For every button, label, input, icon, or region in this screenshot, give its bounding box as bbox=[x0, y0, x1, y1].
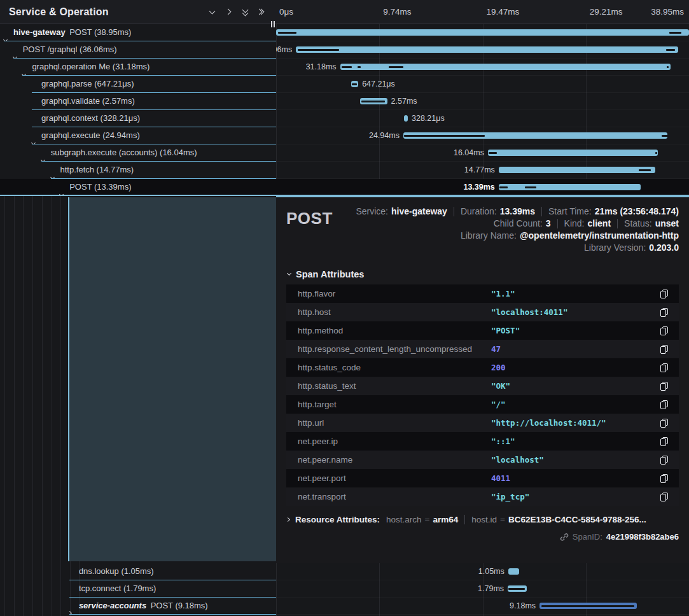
span-detail-left-block bbox=[68, 197, 276, 561]
span-bar[interactable] bbox=[404, 115, 408, 122]
span-row[interactable]: graphql.context (328.21μs)328.21μs bbox=[0, 110, 689, 127]
span-row[interactable]: service-accounts POST (9.18ms)9.18ms bbox=[0, 598, 689, 615]
span-name-cell[interactable]: http.fetch (14.77ms) bbox=[0, 162, 276, 179]
span-row[interactable]: graphql.validate (2.57ms)2.57ms bbox=[0, 93, 689, 110]
collapse-toggle[interactable] bbox=[22, 65, 25, 76]
span-duration-label: 14.77ms bbox=[464, 162, 495, 179]
child-span-tick bbox=[639, 169, 650, 171]
operation-name: subgraph.execute (accounts) (16.04ms) bbox=[51, 148, 197, 157]
span-timeline-cell[interactable]: 14.77ms bbox=[276, 162, 689, 179]
span-bar[interactable] bbox=[499, 184, 641, 190]
span-duration-label: 2.57ms bbox=[391, 93, 417, 110]
span-row[interactable]: dns.lookup (1.05ms)1.05ms bbox=[0, 563, 689, 580]
span-timeline-cell[interactable] bbox=[276, 24, 689, 41]
span-row[interactable]: graphql.execute (24.94ms)24.94ms bbox=[0, 127, 689, 144]
span-name-cell[interactable]: graphql.operation Me (31.18ms) bbox=[0, 59, 276, 76]
span-attributes-header[interactable]: Span Attributes bbox=[288, 269, 679, 279]
span-timeline-cell[interactable]: 1.05ms bbox=[276, 563, 689, 580]
copy-button[interactable] bbox=[658, 325, 670, 337]
collapse-toggle[interactable] bbox=[13, 48, 17, 59]
span-timeline-cell[interactable]: 31.18ms bbox=[276, 59, 689, 76]
span-attributes-table: http.flavor"1.1"http.host"localhost:4011… bbox=[286, 284, 679, 506]
copy-button[interactable] bbox=[658, 454, 670, 466]
copy-button[interactable] bbox=[658, 417, 670, 429]
meta-value: client bbox=[587, 218, 611, 228]
detail-meta-line: Library Name:@opentelemetry/instrumentat… bbox=[461, 230, 679, 241]
span-bar[interactable] bbox=[499, 167, 655, 173]
attribute-row: net.peer.port4011 bbox=[286, 469, 679, 487]
operation-name: dns.lookup (1.05ms) bbox=[79, 566, 154, 576]
copy-icon bbox=[660, 326, 668, 335]
meta-value: 3 bbox=[546, 218, 551, 228]
span-timeline-cell[interactable]: 647.21μs bbox=[276, 76, 689, 93]
copy-button[interactable] bbox=[658, 362, 670, 374]
span-timeline-cell[interactable]: 36.06ms bbox=[276, 41, 689, 59]
span-timeline-cell[interactable]: 9.18ms bbox=[276, 598, 689, 615]
span-row[interactable]: POST /graphql (36.06ms)36.06ms bbox=[0, 41, 689, 59]
span-name-cell[interactable]: dns.lookup (1.05ms) bbox=[0, 563, 276, 580]
service-name: hive-gateway bbox=[13, 27, 66, 37]
collapse-toggle[interactable] bbox=[51, 168, 54, 179]
copy-button[interactable] bbox=[658, 399, 670, 410]
span-bar[interactable] bbox=[508, 568, 520, 575]
span-name-cell[interactable]: graphql.context (328.21μs) bbox=[0, 110, 276, 127]
span-name-cell[interactable]: graphql.execute (24.94ms) bbox=[0, 127, 276, 144]
span-row[interactable]: hive-gateway POST (38.95ms) bbox=[0, 24, 689, 41]
copy-button[interactable] bbox=[658, 288, 670, 300]
collapse-toggle[interactable] bbox=[41, 151, 45, 162]
span-bar[interactable] bbox=[488, 150, 658, 156]
copy-button[interactable] bbox=[658, 307, 670, 318]
span-timeline-cell[interactable]: 328.21μs bbox=[276, 110, 689, 127]
span-name-cell[interactable]: graphql.parse (647.21μs) bbox=[0, 76, 276, 93]
span-name-cell[interactable]: POST (13.39ms) bbox=[0, 179, 276, 196]
collapse-toggle[interactable] bbox=[4, 31, 7, 41]
span-name-cell[interactable]: tcp.connect (1.79ms) bbox=[0, 580, 276, 598]
span-timeline-cell[interactable]: 2.57ms bbox=[276, 93, 689, 110]
column-resizer-handle[interactable] bbox=[271, 21, 275, 27]
resource-attributes-row[interactable]: Resource Attributes: host.arch=arm64host… bbox=[288, 515, 679, 524]
chevron-right-icon[interactable] bbox=[220, 4, 237, 20]
span-name-cell[interactable]: graphql.validate (2.57ms) bbox=[0, 93, 276, 110]
span-timeline-cell[interactable]: 16.04ms bbox=[276, 144, 689, 162]
copy-icon bbox=[660, 437, 668, 446]
span-row[interactable]: tcp.connect (1.79ms)1.79ms bbox=[0, 580, 689, 598]
copy-button[interactable] bbox=[658, 473, 670, 484]
attribute-key: net.peer.name bbox=[298, 455, 491, 465]
copy-icon bbox=[660, 382, 668, 391]
span-timeline-cell[interactable]: 13.39ms bbox=[276, 179, 689, 196]
span-row[interactable]: graphql.parse (647.21μs)647.21μs bbox=[0, 76, 689, 93]
double-chevron-right-icon[interactable] bbox=[253, 4, 270, 20]
attribute-row: http.status_code200 bbox=[286, 358, 679, 377]
link-icon bbox=[560, 533, 569, 542]
span-bar[interactable] bbox=[296, 46, 678, 53]
span-row[interactable]: POST (13.39ms)13.39ms bbox=[0, 179, 689, 196]
collapse-toggle[interactable] bbox=[32, 134, 35, 144]
copy-button[interactable] bbox=[658, 436, 670, 447]
span-timeline-cell[interactable]: 1.79ms bbox=[276, 580, 689, 598]
collapse-toggle[interactable] bbox=[60, 185, 63, 196]
copy-button[interactable] bbox=[658, 381, 670, 392]
span-timeline-cell[interactable]: 24.94ms bbox=[276, 127, 689, 144]
header: Service & Operation 0μs 9.74ms 19.47ms 2… bbox=[0, 0, 689, 24]
copy-button[interactable] bbox=[658, 344, 670, 355]
span-name-cell[interactable]: service-accounts POST (9.18ms) bbox=[0, 598, 276, 615]
copy-button[interactable] bbox=[658, 491, 670, 503]
equals-sign: = bbox=[425, 515, 430, 524]
span-name-cell[interactable]: subgraph.execute (accounts) (16.04ms) bbox=[0, 144, 276, 162]
detail-meta-line: Service:hive-gatewayDuration:13.39msStar… bbox=[356, 206, 679, 216]
span-name-cell[interactable]: POST /graphql (36.06ms) bbox=[0, 41, 276, 59]
span-bar[interactable] bbox=[276, 29, 689, 36]
chevron-down-icon[interactable] bbox=[204, 4, 220, 20]
copy-icon bbox=[660, 493, 668, 501]
expand-toggle[interactable] bbox=[69, 604, 71, 615]
span-name-cell[interactable]: hive-gateway POST (38.95ms) bbox=[0, 24, 276, 41]
span-row[interactable]: subgraph.execute (accounts) (16.04ms)16.… bbox=[0, 144, 689, 162]
attribute-row: net.transport"ip_tcp" bbox=[286, 487, 679, 506]
meta-label: Library Name: bbox=[461, 230, 517, 241]
span-row[interactable]: http.fetch (14.77ms)14.77ms bbox=[0, 162, 689, 179]
double-chevron-down-icon[interactable] bbox=[237, 4, 253, 20]
child-span-tick bbox=[525, 186, 536, 188]
attribute-row: net.peer.name"localhost" bbox=[286, 451, 679, 469]
span-duration-label: 647.21μs bbox=[362, 76, 395, 93]
span-row[interactable]: graphql.operation Me (31.18ms)31.18ms bbox=[0, 59, 689, 76]
